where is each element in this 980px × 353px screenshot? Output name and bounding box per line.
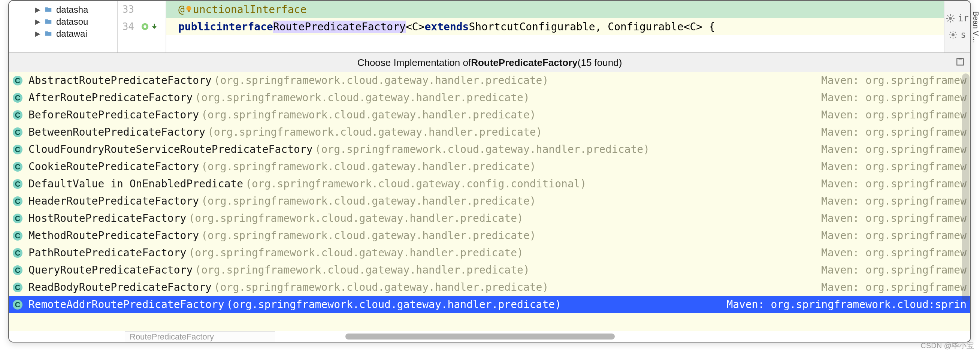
library-source: Maven: org.springframew [821,244,967,262]
tree-item[interactable]: ▶ datasou [35,16,114,28]
library-source: Maven: org.springframew [821,262,967,279]
list-item[interactable]: CDefaultValue in OnEnabledPredicate (org… [9,175,970,192]
pin-icon[interactable] [955,57,965,69]
svg-line-12 [952,15,953,16]
tree-item[interactable]: ▶ datawai [35,28,114,40]
library-source: Maven: org.springframew [821,227,967,244]
library-source: Maven: org.springframew [821,175,967,192]
list-item[interactable]: CQueryRoutePredicateFactory (org.springf… [9,262,970,279]
class-icon: C [12,265,23,275]
library-source: Maven: org.springframew [821,72,967,89]
list-item[interactable]: CMethodRoutePredicateFactory (org.spring… [9,227,970,244]
annotation-text: unctionalInterface [193,3,306,16]
tool-window-label[interactable]: Bean V… [969,11,980,43]
list-item[interactable]: CHeaderRoutePredicateFactory (org.spring… [9,192,970,210]
keyword-public: public [178,21,216,33]
class-name: ReadBodyRoutePredicateFactory [29,279,212,296]
package-name: (org.springframework.cloud.gateway.confi… [245,175,586,192]
svg-rect-3 [188,10,190,12]
package-name: (org.springframework.cloud.gateway.handl… [188,244,523,262]
package-name: (org.springframework.cloud.gateway.handl… [227,296,561,313]
class-icon: C [12,162,23,172]
package-name: (org.springframework.cloud.gateway.handl… [201,107,536,124]
list-item[interactable]: CBetweenRoutePredicateFactory (org.sprin… [9,124,970,141]
folder-icon [44,17,52,26]
code-lines: @unctionalInterface public interface Rou… [166,1,944,52]
popup-title-suffix: (15 found) [578,57,622,68]
class-icon: C [12,300,23,310]
class-name: MethodRoutePredicateFactory [29,227,199,244]
list-item[interactable]: CHostRoutePredicateFactory (org.springfr… [9,210,970,227]
list-item[interactable]: CCookieRoutePredicateFactory (org.spring… [9,158,970,175]
folder-icon [44,30,52,38]
tree-item-label: datawai [56,29,87,39]
line-number: 33 [121,4,134,15]
package-name: (org.springframework.cloud.gateway.handl… [208,124,542,141]
svg-line-10 [952,20,953,21]
library-source: Maven: org.springframew [821,107,967,124]
class-icon: C [12,110,23,120]
list-item[interactable]: CCloudFoundryRouteServiceRoutePredicateF… [9,141,970,158]
class-name: BetweenRoutePredicateFactory [29,124,205,141]
library-source: Maven: org.springframew [821,279,967,296]
list-item[interactable]: CAfterRoutePredicateFactory (org.springf… [9,89,970,107]
class-name: CloudFoundryRouteServiceRoutePredicateFa… [29,141,313,158]
popup-title-prefix: Choose Implementation of [357,57,471,68]
class-name: DefaultValue in OnEnabledPredicate [29,175,243,192]
bulb-icon[interactable] [185,3,193,16]
class-icon: C [12,145,23,154]
type-name: RoutePredicateFactory [273,21,406,33]
annotation-at: @ [178,3,185,16]
svg-point-13 [951,33,955,37]
class-name: HostRoutePredicateFactory [29,210,186,227]
keyword-interface: interface [216,21,273,33]
list-item[interactable]: CAbstractRoutePredicateFactory (org.spri… [9,72,970,89]
editor-inspections-gutter: ir s [944,1,970,52]
svg-point-2 [186,6,191,11]
list-item[interactable]: CBeforeRoutePredicateFactory (org.spring… [9,107,970,124]
editor-and-tree-strip: ▶ datasha ▶ datasou ▶ datawai [9,1,970,53]
gear-icon[interactable]: s [948,30,966,40]
library-source: Maven: org.springframew [821,210,967,227]
package-name: (org.springframework.cloud.gateway.handl… [201,227,536,244]
class-name: HeaderRoutePredicateFactory [29,192,199,210]
implementations-list[interactable]: CAbstractRoutePredicateFactory (org.spri… [9,72,970,331]
package-name: (org.springframework.cloud.gateway.handl… [201,158,536,175]
line-number: 34 [121,21,134,32]
list-item[interactable]: CRemoteAddrRoutePredicateFactory (org.sp… [9,296,970,313]
code-rest: ShortcutConfigurable, Configurable<C> { [469,21,715,33]
list-item[interactable]: CPathRoutePredicateFactory (org.springfr… [9,244,970,262]
breadcrumb[interactable]: RoutePredicateFactory [125,331,275,342]
tree-item-label: datasou [56,16,88,27]
ide-frame: ▶ datasha ▶ datasou ▶ datawai [8,0,971,342]
svg-point-4 [949,17,952,20]
list-item[interactable]: CReadBodyRoutePredicateFactory (org.spri… [9,279,970,296]
svg-rect-23 [959,58,962,59]
svg-line-19 [955,37,956,38]
gutter-run-icon[interactable] [141,22,158,31]
class-icon: C [12,127,23,137]
generics: <C> [406,21,425,33]
horizontal-scrollbar-thumb[interactable] [345,334,614,340]
tree-item-label: datasha [56,5,88,15]
watermark: CSDN @毕小宝 [920,340,974,351]
gear-icon[interactable]: ir [946,13,969,24]
code-line: public interface RoutePredicateFactory<C… [166,18,944,35]
chevron-right-icon: ▶ [35,17,40,26]
class-name: QueryRoutePredicateFactory [29,262,192,279]
code-line: @unctionalInterface [166,1,944,18]
class-name: AbstractRoutePredicateFactory [29,72,212,89]
library-source: Maven: org.springframew [821,141,967,158]
project-tree[interactable]: ▶ datasha ▶ datasou ▶ datawai [9,1,118,52]
class-icon: C [12,196,23,206]
class-name: BeforeRoutePredicateFactory [29,107,199,124]
package-name: (org.springframework.cloud.gateway.handl… [201,192,536,210]
scrollbar-thumb[interactable] [962,73,969,302]
class-icon: C [12,283,23,292]
folder-icon [44,6,52,14]
chevron-right-icon: ▶ [35,6,40,14]
tree-item[interactable]: ▶ datasha [35,4,114,16]
code-editor[interactable]: 33 34 @unctionalInterface public interfa… [118,1,944,52]
library-source: Maven: org.springframework.cloud:sprin [726,296,967,313]
library-source: Maven: org.springframew [821,89,967,107]
